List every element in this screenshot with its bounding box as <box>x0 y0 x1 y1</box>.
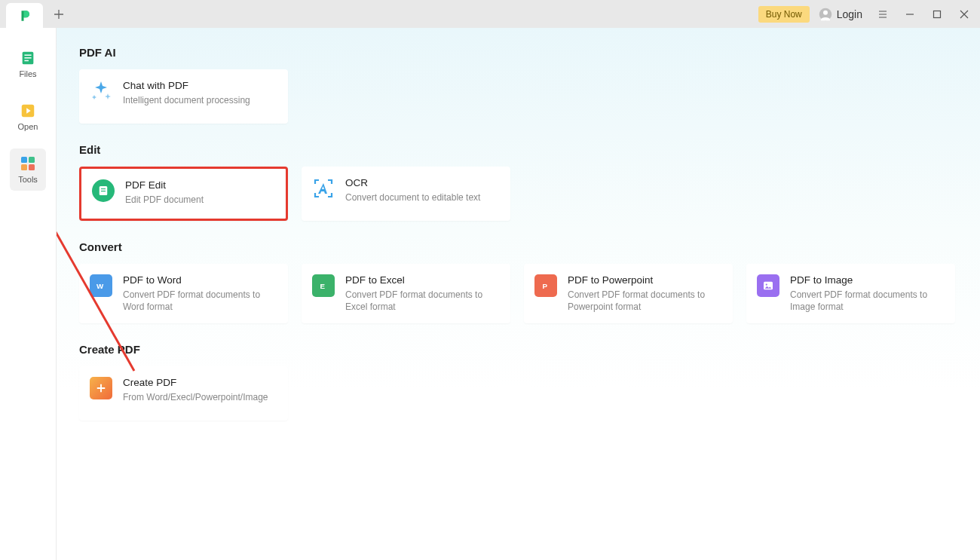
section-title: Create PDF <box>79 343 957 356</box>
excel-icon: E <box>312 274 335 297</box>
titlebar: Buy Now Login <box>0 0 980 28</box>
close-button[interactable] <box>953 4 975 25</box>
card-body: Chat with PDF Intelligent document proce… <box>123 80 250 106</box>
ocr-icon <box>312 177 335 200</box>
svg-rect-9 <box>29 157 35 163</box>
svg-rect-4 <box>24 54 31 55</box>
card-row: Chat with PDF Intelligent document proce… <box>79 69 957 124</box>
menu-button[interactable] <box>871 4 894 25</box>
buy-now-button[interactable]: Buy Now <box>758 6 810 23</box>
card-body: PDF to Excel Convert PDF format document… <box>345 274 500 313</box>
create-icon <box>90 377 112 399</box>
card-row: W PDF to Word Convert PDF format documen… <box>79 264 957 323</box>
sidebar-label: Files <box>19 69 36 78</box>
sidebar-item-files[interactable]: Files <box>10 43 46 85</box>
svg-rect-14 <box>101 188 106 189</box>
sidebar-item-open[interactable]: Open <box>10 96 46 138</box>
image-icon <box>757 274 779 297</box>
card-body: Create PDF From Word/Execl/Powerpoint/Im… <box>123 377 268 403</box>
card-body: PDF Edit Edit PDF document <box>125 179 204 206</box>
user-icon <box>819 8 832 21</box>
card-body: PDF to Powerpoint Convert PDF format doc… <box>568 274 722 313</box>
card-desc: Convert PDF format documents to Image fo… <box>790 289 945 313</box>
card-desc: From Word/Execl/Powerpoint/Image <box>123 391 268 403</box>
files-icon <box>20 50 36 66</box>
svg-rect-6 <box>24 60 29 61</box>
svg-rect-11 <box>29 164 35 170</box>
titlebar-right: Buy Now Login <box>758 0 980 28</box>
svg-rect-8 <box>21 157 27 163</box>
pdf-edit-icon <box>92 179 115 202</box>
section-title: PDF AI <box>79 46 957 59</box>
powerpoint-icon: P <box>534 274 557 297</box>
maximize-icon <box>933 10 942 19</box>
card-title: PDF to Image <box>790 274 945 286</box>
sidebar: Files Open Tools <box>0 28 57 560</box>
card-row: Create PDF From Word/Execl/Powerpoint/Im… <box>79 366 957 421</box>
close-icon <box>960 10 969 19</box>
svg-text:E: E <box>320 282 326 290</box>
section-convert: Convert W PDF to Word Convert PDF format… <box>79 240 957 323</box>
card-chat-pdf[interactable]: Chat with PDF Intelligent document proce… <box>79 69 288 124</box>
card-title: Chat with PDF <box>123 80 250 91</box>
svg-rect-10 <box>21 164 27 170</box>
app-logo-icon <box>18 8 32 23</box>
svg-rect-15 <box>101 191 106 191</box>
card-desc: Convert document to editable text <box>345 191 480 203</box>
card-pdf-to-word[interactable]: W PDF to Word Convert PDF format documen… <box>79 264 288 323</box>
login-button[interactable]: Login <box>814 8 867 21</box>
app-tab[interactable] <box>6 3 43 28</box>
section-title: Edit <box>79 143 957 156</box>
new-tab-button[interactable] <box>49 5 69 24</box>
card-title: PDF Edit <box>125 179 204 191</box>
card-title: PDF to Powerpoint <box>568 274 722 286</box>
svg-point-20 <box>766 283 767 285</box>
hamburger-icon <box>878 10 887 19</box>
svg-rect-5 <box>24 57 31 58</box>
sidebar-label: Tools <box>18 175 38 184</box>
card-title: PDF to Excel <box>345 274 500 286</box>
card-row: PDF Edit Edit PDF document OCR Convert d… <box>79 167 957 221</box>
card-title: Create PDF <box>123 377 268 388</box>
word-icon: W <box>90 274 112 297</box>
card-desc: Convert PDF format documents to Powerpoi… <box>568 289 722 313</box>
section-title: Convert <box>79 240 957 253</box>
sidebar-item-tools[interactable]: Tools <box>10 148 46 191</box>
sidebar-label: Open <box>18 122 38 131</box>
card-body: PDF to Word Convert PDF format documents… <box>123 274 277 313</box>
card-pdf-to-excel[interactable]: E PDF to Excel Convert PDF format docume… <box>302 264 510 323</box>
plus-icon <box>54 9 64 20</box>
card-pdf-to-powerpoint[interactable]: P PDF to Powerpoint Convert PDF format d… <box>524 264 733 323</box>
card-desc: Edit PDF document <box>125 194 204 206</box>
card-pdf-edit[interactable]: PDF Edit Edit PDF document <box>79 167 288 221</box>
card-ocr[interactable]: OCR Convert document to editable text <box>302 167 510 221</box>
svg-text:W: W <box>96 282 104 290</box>
svg-text:P: P <box>543 282 548 290</box>
section-edit: Edit PDF Edit Edit PDF document <box>79 143 957 221</box>
card-desc: Convert PDF format documents to Excel fo… <box>345 289 500 313</box>
content: Files Open Tools <box>0 28 980 560</box>
open-icon <box>20 103 36 119</box>
card-desc: Intelligent document processing <box>123 94 250 106</box>
card-body: PDF to Image Convert PDF format document… <box>790 274 945 313</box>
card-create-pdf[interactable]: Create PDF From Word/Execl/Powerpoint/Im… <box>79 366 288 421</box>
sparkle-icon <box>90 80 112 103</box>
card-desc: Convert PDF format documents to Word for… <box>123 289 277 313</box>
section-create: Create PDF Create PDF From Word/Execl/Po… <box>79 343 957 421</box>
card-pdf-to-image[interactable]: PDF to Image Convert PDF format document… <box>746 264 955 323</box>
main-panel: PDF AI Chat with PDF Intelligent documen… <box>57 28 980 560</box>
login-label: Login <box>837 8 862 20</box>
titlebar-left <box>0 0 69 28</box>
minimize-button[interactable] <box>899 4 921 25</box>
svg-rect-2 <box>934 11 941 17</box>
tools-icon <box>20 155 36 172</box>
section-pdf-ai: PDF AI Chat with PDF Intelligent documen… <box>79 46 957 124</box>
card-title: PDF to Word <box>123 274 277 286</box>
card-body: OCR Convert document to editable text <box>345 177 480 203</box>
maximize-button[interactable] <box>926 4 948 25</box>
card-title: OCR <box>345 177 480 188</box>
minimize-icon <box>905 10 914 19</box>
svg-point-1 <box>823 10 828 14</box>
